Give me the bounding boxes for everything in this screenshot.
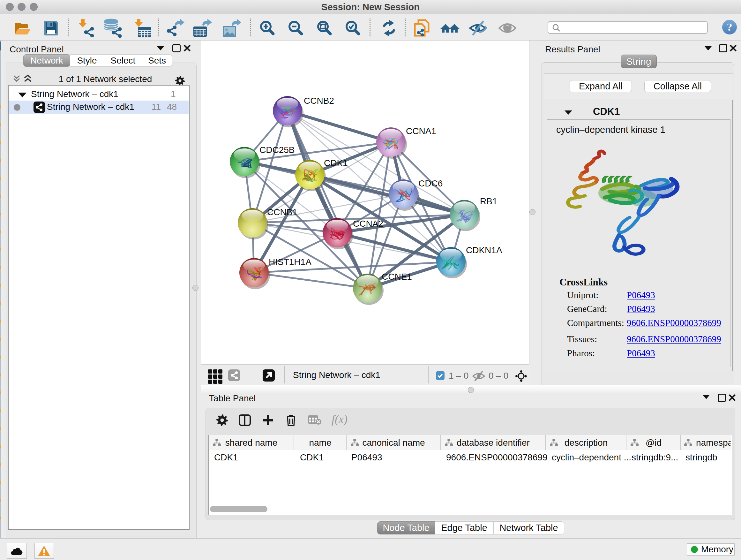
svg-text:CDC6: CDC6 — [418, 179, 443, 188]
svg-text:CCNA2: CCNA2 — [353, 219, 383, 229]
svg-text:CCNE1: CCNE1 — [382, 272, 412, 282]
svg-text:CCNA1: CCNA1 — [406, 126, 436, 136]
svg-text:HIST1H1A: HIST1H1A — [269, 257, 312, 267]
svg-text:RB1: RB1 — [480, 196, 497, 206]
svg-text:CDKN1A: CDKN1A — [466, 245, 502, 255]
svg-text:CDC25B: CDC25B — [259, 145, 294, 155]
svg-text:CCNB1: CCNB1 — [267, 207, 297, 217]
svg-text:CDK1: CDK1 — [324, 158, 348, 168]
svg-text:CCNB2: CCNB2 — [304, 96, 334, 106]
